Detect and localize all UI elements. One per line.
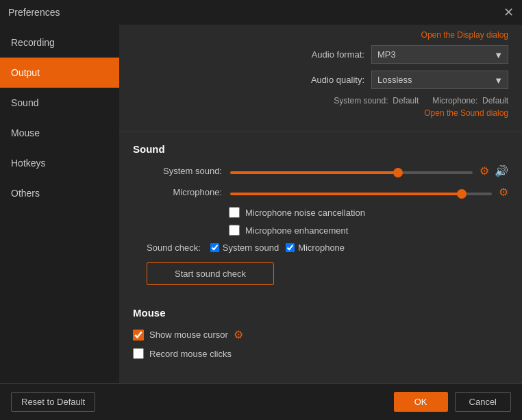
system-sound-gear-icon[interactable]: ⚙: [480, 164, 489, 177]
sidebar-item-recording[interactable]: Recording: [0, 27, 119, 58]
audio-quality-select[interactable]: Lossless High Medium Low: [371, 71, 508, 89]
microphone-default: Microphone: Default: [432, 96, 508, 106]
system-sound-icons: ⚙ 🔊: [480, 164, 508, 177]
system-sound-slider-label: System sound:: [133, 166, 222, 176]
record-clicks-label: Record mouse clicks: [149, 349, 232, 359]
audio-quality-select-wrapper: Lossless High Medium Low ▼: [371, 71, 508, 89]
microphone-check-item: Microphone: [286, 243, 345, 253]
cancel-button[interactable]: Cancel: [455, 392, 511, 412]
sidebar: Recording Output Sound Mouse Hotkeys Oth…: [0, 25, 119, 383]
ok-button[interactable]: OK: [394, 392, 448, 412]
audio-format-label: Audio format:: [312, 49, 364, 60]
sound-section-title: Sound: [133, 143, 508, 155]
microphone-slider-row: Microphone: ⚙: [133, 186, 508, 199]
show-cursor-checkbox[interactable]: [133, 330, 144, 341]
system-sound-speaker-icon[interactable]: 🔊: [495, 164, 508, 177]
system-sound-slider-container: [230, 166, 473, 176]
sidebar-item-others[interactable]: Others: [0, 178, 119, 208]
show-cursor-row: Show mouse cursor ⚙: [133, 328, 508, 341]
system-sound-slider[interactable]: [230, 171, 473, 174]
open-sound-dialog-link[interactable]: Open the Sound dialog: [133, 108, 508, 118]
audio-format-select-wrapper: MP3 AAC FLAC WAV ▼: [371, 45, 508, 64]
noise-cancellation-row: Microphone noise cancellation: [229, 207, 508, 218]
audio-quality-row: Audio quality: Lossless High Medium Low …: [133, 71, 508, 89]
dialog-title: Preferences: [8, 7, 60, 18]
footer: Reset to Default OK Cancel: [0, 383, 522, 420]
audio-format-row: Audio format: MP3 AAC FLAC WAV ▼: [133, 45, 508, 64]
mouse-section-title: Mouse: [133, 307, 508, 319]
sound-check-label: Sound check:: [147, 243, 201, 253]
noise-cancellation-label: Microphone noise cancellation: [245, 208, 365, 218]
reset-button[interactable]: Reset to Default: [11, 392, 95, 412]
show-cursor-gear-icon[interactable]: ⚙: [234, 328, 243, 341]
microphone-check-checkbox[interactable]: [286, 243, 295, 252]
sound-check-row: Sound check: System sound Microphone: [147, 243, 508, 253]
main-content: Open the Display dialog Audio format: MP…: [119, 25, 522, 383]
system-sound-slider-row: System sound: ⚙ 🔊: [133, 164, 508, 177]
system-sound-default: System sound: Default: [334, 96, 419, 106]
sidebar-item-sound[interactable]: Sound: [0, 88, 119, 118]
microphone-icons: ⚙: [499, 186, 508, 199]
close-button[interactable]: ✕: [504, 6, 514, 18]
record-clicks-checkbox[interactable]: [133, 348, 144, 359]
sidebar-item-output[interactable]: Output: [0, 58, 119, 88]
microphone-slider[interactable]: [230, 193, 492, 195]
microphone-check-label: Microphone: [298, 243, 345, 253]
sidebar-item-mouse[interactable]: Mouse: [0, 118, 119, 148]
record-clicks-row: Record mouse clicks: [133, 348, 508, 359]
microphone-gear-icon[interactable]: ⚙: [499, 186, 508, 199]
output-section: Open the Display dialog Audio format: MP…: [119, 25, 522, 132]
preferences-dialog: Preferences ✕ Recording Output Sound Mou…: [0, 0, 522, 420]
system-mic-defaults-row: System sound: Default Microphone: Defaul…: [133, 96, 508, 106]
open-display-dialog-link[interactable]: Open the Display dialog: [133, 30, 508, 40]
system-sound-check-item: System sound: [210, 243, 279, 253]
start-sound-check-button[interactable]: Start sound check: [147, 262, 274, 285]
audio-format-select[interactable]: MP3 AAC FLAC WAV: [371, 45, 508, 64]
system-sound-check-checkbox[interactable]: [210, 243, 219, 252]
audio-quality-label: Audio quality:: [311, 75, 364, 85]
system-sound-check-label: System sound: [223, 243, 279, 253]
show-cursor-label: Show mouse cursor: [149, 330, 228, 340]
mic-enhancement-label: Microphone enhancement: [245, 225, 348, 236]
microphone-slider-container: [230, 187, 492, 197]
dialog-body: Recording Output Sound Mouse Hotkeys Oth…: [0, 25, 522, 383]
noise-cancellation-checkbox[interactable]: [229, 207, 240, 218]
mic-enhancement-checkbox[interactable]: [229, 225, 240, 236]
sidebar-item-hotkeys[interactable]: Hotkeys: [0, 148, 119, 178]
mouse-section: Mouse Show mouse cursor ⚙ Record mouse c…: [119, 307, 522, 377]
footer-actions: OK Cancel: [394, 392, 511, 412]
sound-section: Sound System sound: ⚙ 🔊 Microphone:: [119, 132, 522, 307]
microphone-slider-label: Microphone:: [133, 187, 222, 197]
mic-enhancement-row: Microphone enhancement: [229, 225, 508, 236]
titlebar: Preferences ✕: [0, 0, 522, 25]
